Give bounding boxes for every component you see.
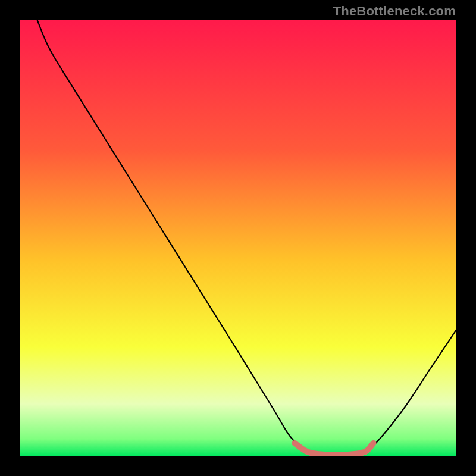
gradient-background xyxy=(20,20,456,456)
watermark-text: TheBottleneck.com xyxy=(333,4,456,19)
plot-area xyxy=(20,20,456,456)
chart-frame: TheBottleneck.com xyxy=(0,0,476,476)
chart-svg xyxy=(20,20,456,456)
